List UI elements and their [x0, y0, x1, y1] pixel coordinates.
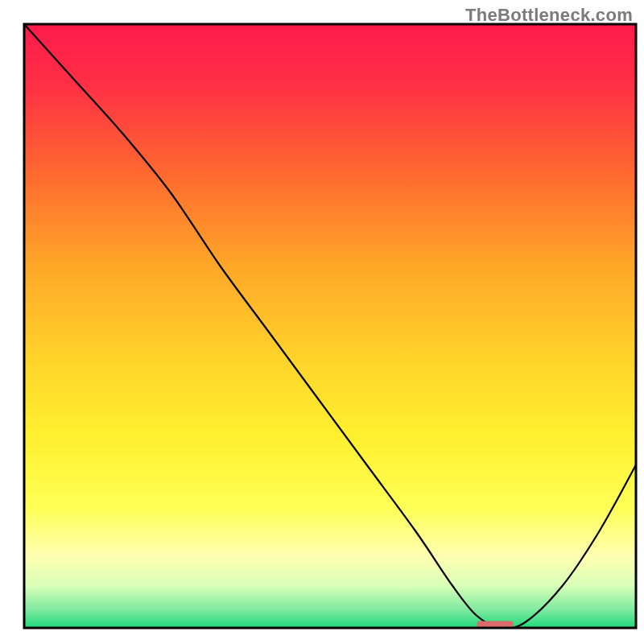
bottleneck-chart	[0, 0, 644, 644]
chart-container: TheBottleneck.com	[0, 0, 644, 644]
watermark-text: TheBottleneck.com	[465, 5, 633, 26]
gradient-background	[24, 24, 636, 628]
